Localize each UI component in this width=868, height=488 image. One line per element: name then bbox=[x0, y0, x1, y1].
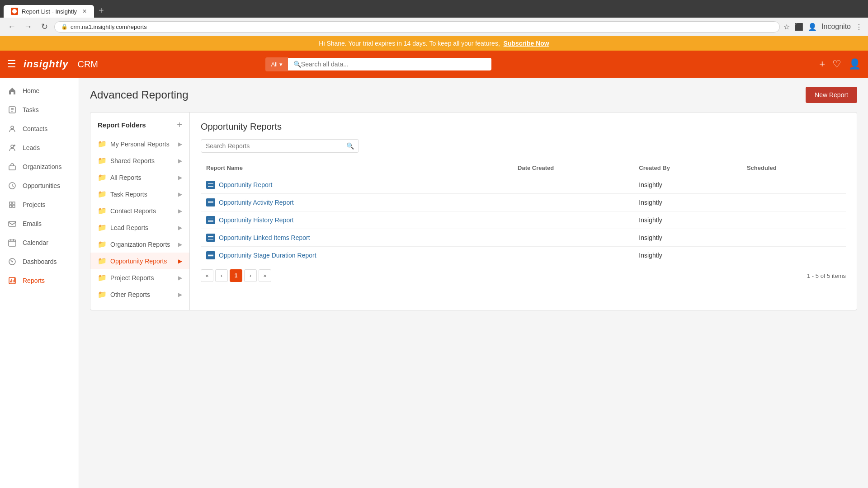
report-link[interactable]: Opportunity Stage Duration Report bbox=[206, 251, 507, 259]
report-scheduled-cell bbox=[741, 194, 846, 211]
report-date-cell bbox=[512, 229, 633, 247]
page-first-btn[interactable]: « bbox=[201, 269, 213, 282]
address-bar[interactable]: 🔒 crm.na1.insightly.com/reports bbox=[54, 21, 780, 33]
search-reports-input[interactable] bbox=[206, 142, 346, 150]
search-input[interactable] bbox=[301, 61, 486, 68]
folder-shared[interactable]: 📁 Shared Reports ▶ bbox=[90, 152, 189, 169]
nav-contacts-label: Contacts bbox=[23, 125, 47, 132]
nav-item-emails[interactable]: Emails bbox=[0, 214, 79, 233]
emails-icon bbox=[7, 219, 17, 229]
folders-add-btn[interactable]: + bbox=[177, 120, 182, 130]
nav-item-calendar[interactable]: Calendar bbox=[0, 233, 79, 252]
nav-item-home[interactable]: Home bbox=[0, 81, 79, 100]
folder-contact[interactable]: 📁 Contact Reports ▶ bbox=[90, 202, 189, 219]
folder-all[interactable]: 📁 All Reports ▶ bbox=[90, 169, 189, 186]
report-link[interactable]: Opportunity Report bbox=[206, 181, 507, 189]
folder-task[interactable]: 📁 Task Reports ▶ bbox=[90, 186, 189, 202]
trial-text: Hi Shane. Your trial expires in 14 days.… bbox=[319, 40, 501, 47]
active-tab[interactable]: Report List - Insightly ✕ bbox=[4, 5, 94, 18]
folder-other[interactable]: 📁 Other Reports ▶ bbox=[90, 286, 189, 303]
page-header: Advanced Reporting New Report bbox=[90, 87, 857, 103]
report-link[interactable]: Opportunity History Report bbox=[206, 216, 507, 224]
tab-close-btn[interactable]: ✕ bbox=[82, 8, 87, 14]
report-name-cell: Opportunity Linked Items Report bbox=[201, 229, 512, 247]
folder-icon: 📁 bbox=[98, 173, 107, 182]
report-name-cell: Opportunity Stage Duration Report bbox=[201, 247, 512, 264]
nav-item-opportunities[interactable]: Opportunities bbox=[0, 176, 79, 195]
col-report-name: Report Name bbox=[201, 160, 512, 176]
report-name-text: Opportunity Linked Items Report bbox=[219, 234, 310, 241]
menu-icon[interactable]: ⋮ bbox=[855, 23, 863, 31]
nav-item-organizations[interactable]: Organizations bbox=[0, 157, 79, 176]
table-row: Opportunity Stage Duration Report Insigh… bbox=[201, 247, 846, 264]
nav-item-tasks[interactable]: Tasks bbox=[0, 100, 79, 119]
page-prev-btn[interactable]: ‹ bbox=[215, 269, 228, 282]
nav-reports-label: Reports bbox=[23, 277, 45, 284]
nav-item-projects[interactable]: Projects bbox=[0, 195, 79, 214]
app-body: Home Tasks Contacts Leads Organizations bbox=[0, 78, 868, 488]
notifications-btn[interactable]: ♡ bbox=[832, 58, 841, 70]
folder-label: All Reports bbox=[110, 174, 175, 181]
reports-table: Report Name Date Created Created By Sche… bbox=[201, 160, 846, 264]
browser-actions: ☆ ⬛ 👤 Incognito ⋮ bbox=[783, 23, 863, 31]
report-file-icon bbox=[206, 251, 215, 259]
forward-btn[interactable]: → bbox=[22, 20, 34, 33]
folder-my-personal[interactable]: 📁 My Personal Reports ▶ bbox=[90, 136, 189, 152]
folder-opportunity[interactable]: 📁 Opportunity Reports ▶ bbox=[90, 253, 189, 269]
folder-label: Task Reports bbox=[110, 191, 175, 198]
nav-dashboards-label: Dashboards bbox=[23, 258, 57, 265]
bookmark-icon[interactable]: ☆ bbox=[783, 23, 790, 31]
new-report-btn[interactable]: New Report bbox=[806, 87, 857, 103]
user-avatar-btn[interactable]: 👤 bbox=[849, 58, 861, 70]
report-date-cell bbox=[512, 211, 633, 229]
report-link[interactable]: Opportunity Linked Items Report bbox=[206, 234, 507, 242]
nav-item-contacts[interactable]: Contacts bbox=[0, 119, 79, 138]
folder-icon: 📁 bbox=[98, 240, 107, 249]
folder-project[interactable]: 📁 Project Reports ▶ bbox=[90, 269, 189, 286]
leads-icon bbox=[7, 143, 17, 153]
app-logo: insightly bbox=[24, 58, 68, 70]
new-tab-btn[interactable]: + bbox=[94, 4, 108, 18]
nav-opportunities-label: Opportunities bbox=[23, 182, 60, 189]
report-file-icon bbox=[206, 181, 215, 189]
search-reports-icon[interactable]: 🔍 bbox=[346, 142, 354, 150]
nav-projects-label: Projects bbox=[23, 201, 46, 208]
folder-label: Contact Reports bbox=[110, 207, 175, 215]
dashboards-icon bbox=[7, 257, 17, 267]
nav-item-dashboards[interactable]: Dashboards bbox=[0, 252, 79, 271]
svg-rect-8 bbox=[9, 240, 16, 246]
subscribe-link[interactable]: Subscribe Now bbox=[504, 40, 549, 47]
search-all-btn[interactable]: All ▾ bbox=[265, 57, 288, 71]
profile-icon[interactable]: 👤 bbox=[808, 23, 817, 31]
report-file-icon bbox=[206, 234, 215, 242]
report-file-icon bbox=[206, 216, 215, 224]
report-file-icon bbox=[206, 198, 215, 206]
folder-chevron-icon: ▶ bbox=[178, 258, 182, 264]
report-scheduled-cell bbox=[741, 229, 846, 247]
add-btn[interactable]: + bbox=[819, 58, 825, 70]
report-link[interactable]: Opportunity Activity Report bbox=[206, 198, 507, 206]
nav-leads-label: Leads bbox=[23, 144, 40, 151]
report-scheduled-cell bbox=[741, 176, 846, 194]
reload-btn[interactable]: ↻ bbox=[38, 20, 51, 33]
report-date-cell bbox=[512, 194, 633, 211]
nav-item-reports[interactable]: Reports bbox=[0, 271, 79, 290]
folder-organization[interactable]: 📁 Organization Reports ▶ bbox=[90, 236, 189, 253]
folder-chevron-icon: ▶ bbox=[178, 291, 182, 298]
page-1-btn[interactable]: 1 bbox=[230, 269, 242, 282]
folder-chevron-icon: ▶ bbox=[178, 191, 182, 197]
col-created-by: Created By bbox=[633, 160, 741, 176]
folder-label: Lead Reports bbox=[110, 224, 175, 231]
extensions-icon[interactable]: ⬛ bbox=[794, 23, 803, 31]
calendar-icon bbox=[7, 238, 17, 248]
nav-item-leads[interactable]: Leads bbox=[0, 138, 79, 157]
page-last-btn[interactable]: » bbox=[259, 269, 271, 282]
page-next-btn[interactable]: › bbox=[244, 269, 257, 282]
back-btn[interactable]: ← bbox=[5, 20, 18, 33]
reports-panel: Opportunity Reports 🔍 Report Name Date C… bbox=[190, 113, 857, 310]
report-date-cell bbox=[512, 176, 633, 194]
hamburger-icon[interactable]: ☰ bbox=[7, 58, 16, 70]
browser-controls: ← → ↻ 🔒 crm.na1.insightly.com/reports ☆ … bbox=[0, 18, 868, 36]
reports-panel-title: Opportunity Reports bbox=[201, 122, 846, 132]
folder-lead[interactable]: 📁 Lead Reports ▶ bbox=[90, 219, 189, 236]
